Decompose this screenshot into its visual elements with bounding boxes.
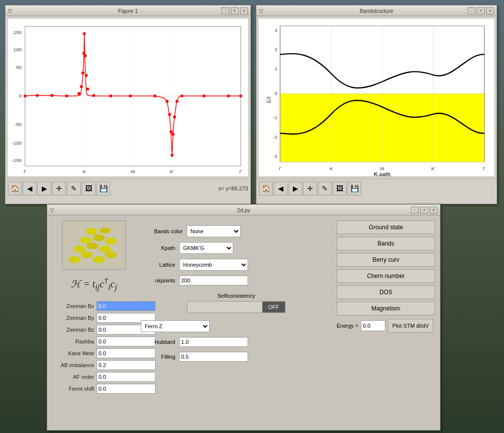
ferro-z-row: Ferro Z Ferro X Ferro Y AFM [141,320,332,332]
parameters-panel: Zeeman Bx Zeeman By Zeeman Bz Rashba Kan… [52,301,136,396]
bs-forward-btn[interactable]: ▶ [288,182,302,195]
ytick-100: 100 [13,47,22,52]
chern-number-btn[interactable]: Chern number [337,269,435,283]
dot11 [86,88,89,91]
toggle-off-btn[interactable]: OFF [262,302,285,312]
bs-xtick-gamma2: Γ [483,166,486,171]
af-order-label: AF order [52,374,94,380]
savefig-btn[interactable]: 🖼 [82,182,95,195]
atom5 [74,246,86,252]
berry-curv-btn[interactable]: Berry curv [337,253,435,267]
lattice-row: Lattice Honeycomb Square Triangular [141,259,332,271]
figure1-plot: 150 100 50 0 -50 -100 -150 Γ K M K' Γ [8,19,248,176]
atom11 [86,228,97,235]
dot14 [129,94,132,97]
dot7 [81,71,84,74]
magnetism-btn[interactable]: Magnetism [337,302,435,315]
dot2 [36,94,39,97]
bs-home-btn[interactable]: 🏠 [259,182,273,195]
figure1-window: ▽ Figure 1 - + × 150 100 50 0 -50 -100 -… [5,5,251,204]
forward-btn[interactable]: ▶ [37,182,51,195]
bands-btn[interactable]: Bands [337,237,435,250]
figure1-titlebar: ▽ Figure 1 - + × [5,5,251,16]
atom7 [99,246,111,252]
dot21 [176,100,179,103]
bands-color-row: Bands color None Red Blue [141,225,332,237]
dot16 [166,100,169,103]
atom4 [105,251,117,258]
hubbard-input[interactable] [179,337,248,347]
bs-save-btn[interactable]: 💾 [347,182,361,195]
bs-ytick-3: 3 [275,28,277,33]
atom6 [87,243,98,249]
ytick-minus100: -100 [12,140,22,146]
bs-edit-btn[interactable]: ✎ [318,182,332,195]
bs-savefig-btn[interactable]: 🖼 [333,182,346,195]
zeeman-bx-row: Zeeman Bx [52,301,136,311]
dot22 [181,94,184,97]
kpath-select[interactable]: GKMK'G GKM [179,242,233,254]
selfconsistency-toggle: OFF [187,301,285,313]
kane-mele-row: Kane Mele [52,348,136,358]
dot19 [172,133,175,136]
figure1-minimize-icon: ▽ [8,8,14,14]
ab-imbalance-label: AB imbalance [52,362,94,368]
coords-display: x= y=86.273 [218,186,248,191]
main-close-btn[interactable]: × [430,207,438,214]
dos-btn[interactable]: DOS [337,285,435,299]
home-btn[interactable]: 🏠 [8,182,22,195]
lattice-select[interactable]: Honeycomb Square Triangular [179,259,248,271]
atom1 [69,256,81,263]
bs-ytick-0: 0 [275,91,278,96]
figure1-window-controls: - + × [221,7,248,14]
filling-input[interactable] [179,352,248,362]
figure1-close-btn[interactable]: × [240,7,248,14]
figure1-maximize-btn[interactable]: + [231,7,239,14]
ground-state-btn[interactable]: Ground state [337,220,435,234]
figure1-title: Figure 1 [118,8,138,14]
formula-text: ℋ = tijc†icj [71,278,117,289]
bs-back-btn[interactable]: ◀ [274,182,287,195]
kpath-label: Kpath [141,245,175,251]
hamiltonian-formula: ℋ = tijc†icj [71,274,117,295]
bandstructure-plot: E/t 3 2 1 0 -1 -2 -3 [259,19,494,176]
energy-label: Energy = [337,323,358,329]
hubbard-label: Hubbard [141,339,175,345]
selfconsistency-panel: Selfconsistency OFF [141,293,332,313]
atom10 [105,238,117,245]
dot17 [168,113,171,116]
main-minimize-icon: ▽ [50,207,56,213]
ytick-0: 0 [19,93,22,98]
ferro-z-select[interactable]: Ferro Z Ferro X Ferro Y AFM [141,320,210,332]
fermi-shift-row: Fermi shift [52,384,136,394]
filling-row: Filling [141,352,332,362]
bands-color-select[interactable]: None Red Blue [187,225,241,237]
main-title: 2d.py [237,207,251,213]
bandstructure-minimize-btn[interactable]: - [468,7,475,14]
nkpoints-input[interactable] [179,276,248,285]
dot25 [239,94,242,97]
bs-pan-btn[interactable]: ✛ [303,182,317,195]
bandstructure-title: Bandstructure [360,8,393,14]
plot-stm-btn[interactable]: Plot STM dI/dV [388,319,433,333]
right-panel: Ground state Bands Berry curv Chern numb… [337,220,435,425]
figure1-minimize-btn[interactable]: - [221,7,229,14]
main-maximize-btn[interactable]: + [420,207,428,214]
pan-btn[interactable]: ✛ [52,182,66,195]
dot10 [85,74,88,77]
dot9 [84,54,87,57]
save-btn[interactable]: 💾 [96,182,110,195]
bandstructure-maximize-btn[interactable]: + [477,7,485,14]
nkpoints-label: nkpoints [141,278,175,283]
xtick-K: K [83,169,86,174]
dot24 [227,94,230,97]
main-panel: ℋ = tijc†icj Zeeman Bx Zeeman By Zeeman … [47,216,440,430]
dot20 [173,116,176,119]
edit-btn[interactable]: ✎ [67,182,81,195]
bandstructure-close-btn[interactable]: × [486,7,494,14]
energy-input[interactable] [361,320,385,331]
back-btn[interactable]: ◀ [23,182,36,195]
main-minimize-btn[interactable]: - [411,207,419,214]
dot8 [82,52,85,55]
ytick-150: 150 [13,30,22,35]
